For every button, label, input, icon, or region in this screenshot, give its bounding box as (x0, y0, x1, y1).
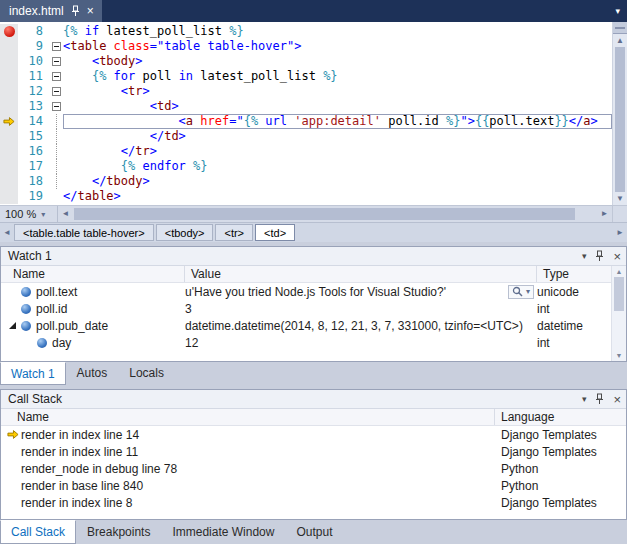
watch-tab-autos[interactable]: Autos (66, 362, 119, 385)
document-tab-index-html[interactable]: index.html × (0, 0, 102, 22)
watch-tab-watch-1[interactable]: Watch 1 (0, 362, 66, 385)
breadcrumb-right-icon[interactable]: ► (613, 228, 627, 237)
code-text[interactable]: <a href="{% url 'app:detail' poll.id %}"… (63, 114, 612, 129)
fold-margin[interactable] (50, 159, 63, 174)
bottom-tab-call-stack[interactable]: Call Stack (0, 520, 76, 544)
close-icon[interactable]: × (613, 250, 621, 263)
pin-icon[interactable] (595, 393, 604, 405)
watch-row[interactable]: poll.id3int (1, 300, 626, 317)
fold-margin[interactable] (50, 39, 63, 54)
visualizer-dropdown-icon[interactable]: ▾ (526, 287, 530, 296)
breakpoint-margin[interactable] (0, 24, 18, 39)
fold-margin[interactable] (50, 99, 63, 114)
code-text[interactable]: </tr> (63, 144, 612, 159)
zoom-control[interactable]: 100 % ▾ (0, 206, 58, 222)
breadcrumb-item-2[interactable]: <tr> (215, 224, 253, 241)
code-text[interactable]: {% for poll in latest_poll_list %} (63, 69, 612, 84)
breadcrumb-left-icon[interactable]: ◄ (0, 228, 14, 237)
breadcrumb-item-0[interactable]: <table.table table-hover> (14, 224, 154, 241)
breakpoint-margin[interactable] (0, 114, 18, 129)
fold-margin[interactable] (50, 24, 63, 39)
watch-value-cell[interactable]: 3 (185, 302, 537, 316)
breakpoint-margin[interactable] (0, 69, 18, 84)
close-icon[interactable]: × (613, 393, 621, 406)
fold-collapse-icon[interactable] (52, 42, 61, 51)
fold-margin[interactable] (50, 54, 63, 69)
watch-row[interactable]: day12int (1, 334, 626, 351)
breakpoint-margin[interactable] (0, 84, 18, 99)
breakpoint-margin[interactable] (0, 174, 18, 189)
code-text[interactable]: </table> (63, 189, 612, 204)
pin-icon[interactable] (595, 250, 604, 262)
breakpoint-margin[interactable] (0, 159, 18, 174)
watch-empty-area[interactable] (1, 351, 626, 361)
code-text[interactable]: <td> (63, 99, 612, 114)
breakpoint-margin[interactable] (0, 144, 18, 159)
fold-margin[interactable] (50, 144, 63, 159)
watch-value-cell[interactable]: 12 (185, 336, 537, 350)
editor-split-handle-icon[interactable] (613, 22, 627, 34)
code-text[interactable]: {% endfor %} (63, 159, 612, 174)
watch-row[interactable]: poll.textu'Have you tried Node.js Tools … (1, 283, 626, 300)
breakpoint-icon[interactable] (4, 26, 15, 37)
document-well-dropdown-icon[interactable]: ▾ (608, 6, 627, 16)
breakpoint-margin[interactable] (0, 99, 18, 114)
close-icon[interactable]: × (87, 5, 94, 17)
window-position-dropdown-icon[interactable]: ▾ (582, 251, 587, 261)
fold-collapse-icon[interactable] (52, 72, 61, 81)
scrollbar-thumb[interactable] (615, 47, 625, 192)
watch-row[interactable]: poll.pub_datedatetime.datetime(2014, 8, … (1, 317, 626, 334)
breadcrumb-item-1[interactable]: <tbody> (156, 224, 214, 241)
bottom-tab-output[interactable]: Output (285, 520, 343, 544)
scrollbar-track[interactable] (613, 47, 627, 192)
breadcrumb-item-3[interactable]: <td> (255, 224, 295, 241)
window-position-dropdown-icon[interactable]: ▾ (582, 394, 587, 404)
code-text[interactable]: </tbody> (63, 174, 612, 189)
breakpoint-margin[interactable] (0, 54, 18, 69)
code-area[interactable]: 8{% if latest_poll_list %}9<table class=… (0, 22, 612, 205)
scroll-down-icon[interactable]: ▼ (612, 350, 626, 361)
code-text[interactable]: {% if latest_poll_list %} (63, 24, 612, 39)
horizontal-scrollbar-thumb[interactable] (74, 208, 575, 220)
watch-value-cell[interactable]: u'Have you tried Node.js Tools for Visua… (185, 285, 537, 299)
breakpoint-margin[interactable] (0, 129, 18, 144)
watch-value-cell[interactable]: datetime.datetime(2014, 8, 12, 21, 3, 7,… (185, 319, 537, 333)
callstack-row[interactable]: render_node in debug line 78Python (1, 460, 626, 477)
fold-collapse-icon[interactable] (52, 87, 61, 96)
fold-collapse-icon[interactable] (52, 102, 61, 111)
callstack-row[interactable]: render in index line 8Django Templates (1, 494, 626, 511)
fold-margin[interactable] (50, 84, 63, 99)
pin-icon[interactable] (71, 5, 80, 17)
code-text[interactable]: <tr> (63, 84, 612, 99)
scrollbar-track[interactable] (612, 277, 626, 350)
callstack-row[interactable]: render in base line 840Python (1, 477, 626, 494)
bottom-tab-immediate-window[interactable]: Immediate Window (161, 520, 285, 544)
expander-icon[interactable] (7, 322, 21, 329)
code-text[interactable]: <table class="table table-hover"> (63, 39, 612, 54)
fold-margin[interactable] (50, 174, 63, 189)
bottom-tab-breakpoints[interactable]: Breakpoints (76, 520, 161, 544)
fold-margin[interactable] (50, 189, 63, 204)
breakpoint-margin[interactable] (0, 39, 18, 54)
horizontal-scrollbar-track[interactable] (73, 206, 597, 222)
watch-tab-locals[interactable]: Locals (118, 362, 175, 385)
scroll-up-icon[interactable]: ▲ (613, 34, 627, 47)
callstack-row[interactable]: render in index line 14Django Templates (1, 426, 626, 443)
fold-margin[interactable] (50, 114, 63, 129)
fold-collapse-icon[interactable] (52, 57, 61, 66)
code-text[interactable]: </td> (63, 129, 612, 144)
code-editor[interactable]: 8{% if latest_poll_list %}9<table class=… (0, 22, 627, 205)
scrollbar-thumb[interactable] (614, 277, 624, 311)
scroll-down-icon[interactable]: ▼ (613, 192, 627, 205)
scroll-right-icon[interactable]: ► (597, 206, 612, 222)
editor-vertical-scrollbar[interactable]: ▲ ▼ (612, 22, 627, 205)
scroll-up-icon[interactable]: ▲ (612, 266, 626, 277)
fold-margin[interactable] (50, 129, 63, 144)
watch-title-bar[interactable]: Watch 1 ▾ × (1, 247, 626, 266)
breakpoint-margin[interactable] (0, 189, 18, 204)
watch-vertical-scrollbar[interactable]: ▲ ▼ (611, 266, 626, 361)
code-text[interactable]: <tbody> (63, 54, 612, 69)
callstack-title-bar[interactable]: Call Stack ▾ × (1, 390, 626, 409)
value-visualizer-button[interactable]: ▾ (508, 285, 534, 299)
fold-margin[interactable] (50, 69, 63, 84)
